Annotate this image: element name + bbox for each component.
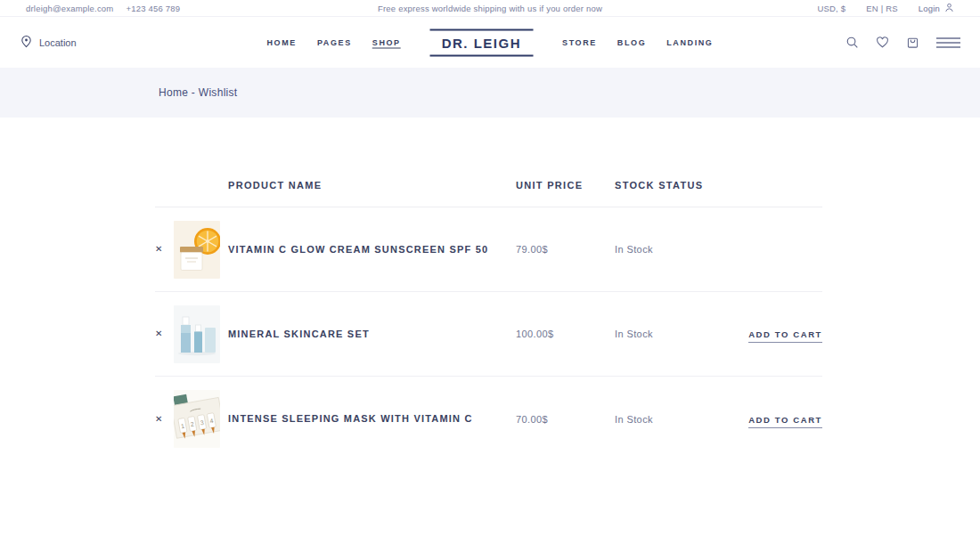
product-name-link[interactable]: VITAMIN C GLOW CREAM SUNSCREEN SPF 50 [228, 242, 516, 257]
nav-item-store[interactable]: STORE [562, 38, 597, 47]
remove-item-button[interactable]: ✕ [155, 415, 174, 424]
top-utility-bar: drleigh@example.com +123 456 789 Free ex… [0, 0, 980, 17]
header-unit-price: UNIT PRICE [516, 180, 615, 191]
breadcrumb-band: Home - Wishlist [0, 68, 980, 118]
nav-item-blog[interactable]: BLOG [617, 38, 646, 47]
brand-logo[interactable]: DR. LEIGH [430, 28, 533, 56]
wishlist-row: ✕ 1 2 3 4 [155, 377, 822, 461]
nav-menu: HOME PAGES SHOP DR. LEIGH STORE BLOG LAN… [267, 28, 714, 56]
unit-price: 70.00$ [516, 414, 615, 425]
menu-icon[interactable] [936, 37, 960, 49]
remove-item-button[interactable]: ✕ [155, 329, 174, 338]
location-label: Location [39, 37, 77, 48]
cart-bag-icon[interactable] [906, 36, 919, 49]
wishlist-rows: ✕ VITAMIN C GLOW CREAM SUNSCREEN SPF 50 … [155, 207, 822, 461]
language-selector[interactable]: EN | RS [866, 4, 898, 13]
login-button[interactable]: Login [919, 3, 954, 14]
topbar-settings: USD, $ EN | RS Login [817, 3, 954, 14]
remove-item-button[interactable]: ✕ [155, 245, 174, 254]
nav-action-icons [845, 36, 960, 49]
wishlist-row: ✕ MINERAL SKINCARE SET 100.00$ In Stock … [155, 292, 822, 377]
add-to-cart-link[interactable]: ADD TO CART [748, 329, 822, 343]
breadcrumb[interactable]: Home - Wishlist [159, 86, 238, 99]
unit-price: 79.00$ [516, 244, 615, 255]
contact-email-link[interactable]: drleigh@example.com [26, 4, 113, 13]
product-name-link[interactable]: INTENSE SLEEPING MASK WITH VITAMIN C [228, 411, 516, 426]
location-button[interactable]: Location [20, 35, 77, 50]
header-stock-status: STOCK STATUS [615, 180, 715, 191]
nav-item-shop[interactable]: SHOP [372, 38, 401, 47]
nav-item-pages[interactable]: PAGES [317, 38, 352, 47]
topbar-contacts: drleigh@example.com +123 456 789 [26, 4, 180, 13]
unit-price: 100.00$ [516, 329, 615, 339]
product-name-link[interactable]: MINERAL SKINCARE SET [228, 327, 516, 342]
wishlist-table: PRODUCT NAME UNIT PRICE STOCK STATUS ✕ V… [0, 118, 980, 461]
stock-status: In Stock [615, 244, 715, 255]
wishlist-heart-icon[interactable] [876, 36, 889, 49]
stock-status: In Stock [615, 414, 715, 425]
main-navbar: Location HOME PAGES SHOP DR. LEIGH STORE… [0, 17, 980, 68]
wishlist-table-header: PRODUCT NAME UNIT PRICE STOCK STATUS [155, 180, 822, 207]
nav-item-landing[interactable]: LANDING [666, 38, 713, 47]
nav-item-home[interactable]: HOME [267, 38, 297, 47]
stock-status: In Stock [615, 329, 715, 339]
vitamin-c-cream-thumbnail [174, 221, 220, 279]
contact-phone-link[interactable]: +123 456 789 [126, 4, 180, 13]
user-icon [944, 3, 954, 14]
wishlist-row: ✕ VITAMIN C GLOW CREAM SUNSCREEN SPF 50 … [155, 207, 822, 292]
location-pin-icon [20, 35, 33, 50]
mineral-skincare-set-thumbnail [174, 305, 220, 363]
sleeping-mask-ampoules-thumbnail: 1 2 3 4 [174, 390, 220, 448]
search-icon[interactable] [845, 36, 859, 49]
add-to-cart-link[interactable]: ADD TO CART [748, 415, 822, 428]
login-label: Login [919, 4, 940, 13]
wishlist-page: drleigh@example.com +123 456 789 Free ex… [0, 0, 980, 552]
header-product-name: PRODUCT NAME [228, 180, 516, 191]
currency-selector[interactable]: USD, $ [817, 4, 845, 13]
